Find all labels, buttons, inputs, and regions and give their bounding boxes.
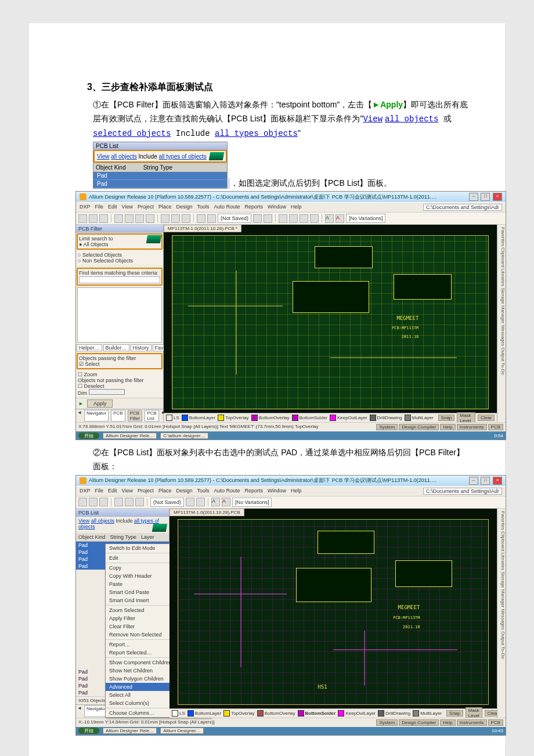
link-all-objects[interactable]: all objects [111, 153, 136, 160]
toolbar-icon[interactable] [125, 214, 134, 223]
status-instruments[interactable]: Instruments [457, 424, 487, 430]
toolbar-icon[interactable] [253, 214, 262, 223]
tab-navigator[interactable]: Navigator [84, 410, 109, 422]
right-tabs[interactable]: Favorites Clipboard Libraries Storage Ma… [497, 509, 506, 718]
link-view[interactable]: View [363, 114, 383, 124]
menu-window[interactable]: Window [268, 204, 286, 211]
link-view[interactable]: View [78, 518, 89, 524]
checkbox-zoom[interactable]: ☐ Zoom [78, 372, 161, 377]
col-object-kind[interactable]: Object Kind [78, 534, 106, 540]
layer-drill[interactable]: DrillDrawing [378, 710, 410, 717]
not-saved-drop[interactable]: (Not Saved) [218, 214, 251, 223]
toolbar-icon[interactable] [310, 214, 319, 223]
clear-button[interactable]: Clear [478, 415, 495, 421]
tab-pcb-list[interactable]: PCB List [145, 410, 158, 422]
toolbar-icon[interactable] [161, 214, 169, 223]
layer-ls[interactable]: LS [172, 710, 185, 717]
toolbar-icon[interactable] [279, 214, 287, 223]
menu-place[interactable]: Place [158, 204, 172, 211]
toolbar-icon[interactable] [114, 498, 123, 506]
taskbar-item[interactable]: C:\altium designer… [160, 433, 208, 439]
menu-autoroute[interactable]: Auto Route [214, 488, 240, 495]
close-button[interactable]: × [493, 193, 502, 201]
menu-view[interactable]: View [122, 204, 133, 211]
menu-tools[interactable]: Tools [197, 204, 209, 211]
toolbar-icon[interactable] [78, 214, 87, 223]
menu-dxp[interactable]: DXP [80, 204, 91, 211]
layer-ls[interactable]: LS [166, 415, 179, 421]
status-instruments[interactable]: Instruments [457, 719, 487, 726]
nav-arrow[interactable]: ◄ [77, 705, 82, 717]
menu-autoroute[interactable]: Auto Route [214, 204, 240, 211]
menu-help[interactable]: Help [291, 204, 302, 211]
col-string-type[interactable]: String Type [110, 534, 136, 540]
minimize-button[interactable]: – [469, 193, 478, 201]
maximize-button[interactable]: □ [481, 193, 490, 201]
radio-non-selected[interactable]: Non Selected Objects [78, 258, 161, 264]
history-button[interactable]: History [131, 344, 151, 351]
toolbar-icon[interactable] [300, 214, 308, 223]
link-view[interactable]: View [97, 153, 110, 160]
menu-reports[interactable]: Reports [245, 488, 264, 495]
menu-window[interactable]: Window [268, 488, 286, 495]
toolbar-icon[interactable] [289, 214, 298, 223]
layer-multi[interactable]: MultiLayer [405, 415, 434, 421]
status-design-compiler[interactable]: Design Compiler [399, 424, 439, 430]
layer-bottomsolder[interactable]: BottomSolder [292, 415, 327, 421]
toolbar-icon[interactable] [89, 214, 98, 223]
link-all-objects[interactable]: all objects [91, 518, 114, 524]
list-row[interactable]: Pad [93, 172, 227, 180]
menu-place[interactable]: Place [158, 488, 172, 495]
radio-selected-objects[interactable]: Selected Objects [78, 252, 161, 258]
status-help[interactable]: Help [440, 424, 455, 430]
layer-bottomoverlay[interactable]: BottomOverlay [251, 415, 290, 421]
document-tab[interactable]: MP113TM-1.0(2011.10.28).PCB * [164, 225, 241, 232]
tab-pcb-filter[interactable]: PCB Filter [128, 410, 143, 422]
toolbar-icon[interactable] [89, 498, 98, 506]
menu-file[interactable]: File [95, 488, 104, 495]
menu-edit[interactable]: Edit [108, 204, 117, 211]
mask-level-button[interactable]: Mask Level [457, 412, 475, 423]
toolbar-icon[interactable] [135, 214, 144, 223]
right-tabs[interactable]: Favorites Clipboard Libraries Storage Ma… [497, 225, 506, 422]
clear-button[interactable]: Clear [485, 710, 497, 717]
toolbar-icon[interactable] [99, 214, 108, 223]
status-design-compiler[interactable]: Design Compiler [399, 719, 439, 726]
taskbar-item[interactable]: Altium Designer Rele… [103, 433, 157, 439]
status-system[interactable]: System [376, 424, 398, 430]
status-pcb[interactable]: PCB [488, 424, 503, 430]
criteria-textarea[interactable] [77, 287, 162, 343]
toolbar-icon[interactable] [264, 214, 272, 223]
toolbar-icon[interactable] [196, 498, 205, 506]
toolbar-icon[interactable]: A [222, 498, 230, 506]
toolbar-icon[interactable] [171, 214, 180, 223]
variations-drop[interactable]: [No Variations] [346, 214, 385, 223]
menu-file[interactable]: File [95, 204, 104, 211]
layer-bottom[interactable]: BottomLayer [182, 415, 215, 421]
mask-level-button[interactable]: Mask Level [466, 707, 482, 718]
tab-pcb[interactable]: PCB [111, 410, 125, 422]
layer-topoverlay[interactable]: TopOverlay [218, 415, 248, 421]
pcb-canvas[interactable]: MP113TM-1.0(2011.10.28).PCB * MEGMEET PC… [164, 225, 497, 422]
link-all-types[interactable]: all types of objects [159, 153, 207, 160]
toolbar-icon[interactable] [197, 214, 205, 223]
checkbox-deselect[interactable]: ☐ Deselect [78, 383, 161, 389]
menu-design[interactable]: Design [176, 204, 192, 211]
menu-reports[interactable]: Reports [245, 204, 264, 211]
toolbar-icon[interactable] [207, 214, 216, 223]
taskbar-item[interactable]: Altium Designer… [160, 728, 203, 734]
toolbar-icon[interactable] [182, 214, 190, 223]
layer-drill[interactable]: DrillDrawing [370, 415, 402, 421]
apply-button[interactable]: Apply [87, 399, 113, 408]
toolbar-icon[interactable]: A [211, 498, 220, 506]
maximize-button[interactable]: □ [481, 477, 490, 485]
toolbar-icon[interactable]: A [325, 214, 334, 223]
status-pcb[interactable]: PCB [488, 719, 503, 726]
col-layer[interactable]: Layer [141, 534, 154, 540]
toolbar-icon[interactable] [135, 498, 144, 506]
variations-drop[interactable]: [No Variations] [232, 498, 272, 507]
toolbar-icon[interactable] [78, 498, 87, 506]
nav-arrow[interactable]: ◄ [77, 410, 82, 422]
menu-help[interactable]: Help [291, 488, 302, 495]
menu-project[interactable]: Project [138, 204, 154, 211]
